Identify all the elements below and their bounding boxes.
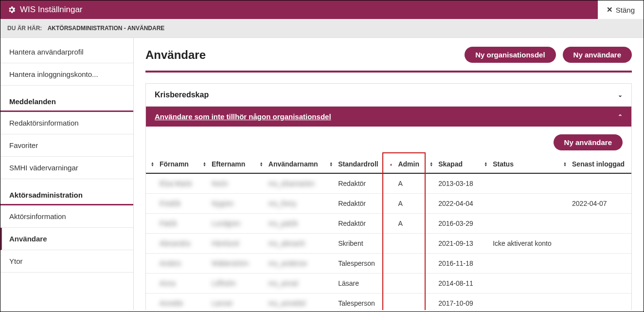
close-label: Stäng xyxy=(616,6,635,14)
col-label: Admin xyxy=(398,160,419,168)
table-row[interactable]: PatrikLundgrenms_patrikRedaktörA2016-03-… xyxy=(146,214,631,234)
new-org-button[interactable]: Ny organisationsdel xyxy=(465,47,555,63)
content-area: Hantera användarprofil Hantera inloggnin… xyxy=(0,38,644,310)
col-förnamn[interactable]: ▲▼Förnamn xyxy=(146,155,198,173)
main-panel: Användare Ny organisationsdel Ny använda… xyxy=(134,38,644,310)
cell: 2016-11-18 xyxy=(425,254,479,274)
panel: Krisberedskap ⌄ Användare som inte tillh… xyxy=(145,83,632,310)
col-standardroll[interactable]: ▲▼Standardroll xyxy=(324,155,384,173)
col-label: Efternamn xyxy=(212,160,245,168)
sort-icon: ▲▼ xyxy=(151,162,154,166)
cell: Wätterström xyxy=(198,254,255,274)
cell xyxy=(384,294,425,311)
sidebar-item-ytor[interactable]: Ytor xyxy=(0,250,133,273)
sort-icon: ▲▼ xyxy=(203,162,206,166)
close-icon: ✕ xyxy=(607,5,613,14)
sidebar-group-aktor: Aktörsadministration xyxy=(0,184,133,205)
main-header: Användare Ny organisationsdel Ny använda… xyxy=(145,47,632,73)
users-table: ▲▼Förnamn▲▼Efternamn▲▼Användarnamn▲▼Stan… xyxy=(146,155,631,310)
cell: Fredrik xyxy=(146,194,198,214)
table-wrap: ▲▼Förnamn▲▼Efternamn▲▼Användarnamn▲▼Stan… xyxy=(146,155,631,310)
cell xyxy=(479,274,558,294)
cell: Anna xyxy=(146,274,198,294)
sidebar-item-anvandare[interactable]: Användare xyxy=(0,228,133,250)
app-title: WIS Inställningar xyxy=(0,5,83,15)
cell xyxy=(384,274,425,294)
sort-icon: ▲ xyxy=(389,163,393,165)
cell: A xyxy=(384,173,425,194)
gear-icon xyxy=(7,5,16,14)
table-row[interactable]: AnnetteLannerms_annettelTalesperson2017-… xyxy=(146,294,631,311)
cell: ms_alexanh xyxy=(255,234,324,254)
cell: 2022-04-07 xyxy=(558,194,631,214)
col-admin[interactable]: ▲Admin xyxy=(384,155,425,173)
panel-title: Krisberedskap xyxy=(155,91,209,99)
cell: Icke aktiverat konto xyxy=(479,234,558,254)
breadcrumb-label: DU ÄR HÄR: xyxy=(7,25,42,32)
close-button[interactable]: ✕ Stäng xyxy=(598,0,644,19)
col-status[interactable]: ▲▼Status xyxy=(479,155,558,173)
table-row[interactable]: AndersWätterströmms_anderswTalesperson20… xyxy=(146,254,631,274)
cell: Talesperson xyxy=(324,254,384,274)
cell xyxy=(479,254,558,274)
cell: Redaktör xyxy=(324,214,384,234)
sort-icon: ▲▼ xyxy=(429,162,433,166)
cell: 2021-09-13 xyxy=(425,234,479,254)
app-title-text: WIS Inställningar xyxy=(20,5,83,15)
panel-header-krisberedskap[interactable]: Krisberedskap ⌄ xyxy=(146,84,631,107)
new-user-button-top[interactable]: Ny användare xyxy=(563,47,632,63)
cell: Skribent xyxy=(324,234,384,254)
col-label: Skapad xyxy=(438,160,463,168)
col-senast-inloggad[interactable]: ▲▼Senast inloggad xyxy=(558,155,631,173)
col-efternamn[interactable]: ▲▼Efternamn xyxy=(198,155,255,173)
app-header: WIS Inställningar ✕ Stäng xyxy=(0,0,644,19)
cell: Talesperson xyxy=(324,294,384,311)
top-buttons: Ny organisationsdel Ny användare xyxy=(465,47,632,63)
sidebar-item-profile[interactable]: Hantera användarprofil xyxy=(0,41,133,63)
sidebar: Hantera användarprofil Hantera inloggnin… xyxy=(0,38,134,310)
cell xyxy=(558,294,631,311)
cell: A xyxy=(384,214,425,234)
cell xyxy=(558,173,631,194)
cell: Redaktör xyxy=(324,173,384,194)
col-användarnamn[interactable]: ▲▼Användarnamn xyxy=(255,155,324,173)
col-label: Senast inloggad xyxy=(572,160,625,168)
sidebar-group-meddelanden: Meddelanden xyxy=(0,91,133,112)
sidebar-item-aktorinfo[interactable]: Aktörsinformation xyxy=(0,205,133,228)
col-label: Användarnamn xyxy=(268,160,318,168)
cell: Anders xyxy=(146,254,198,274)
col-label: Förnamn xyxy=(160,160,189,168)
cell xyxy=(558,254,631,274)
table-row[interactable]: Elsa-MarieNorinms_elsamarienRedaktörA201… xyxy=(146,173,631,194)
cell: ms_freny xyxy=(255,194,324,214)
cell: Lundgren xyxy=(198,214,255,234)
sort-icon: ▲▼ xyxy=(563,162,567,166)
sidebar-item-favoriter[interactable]: Favoriter xyxy=(0,134,133,157)
sidebar-item-login[interactable]: Hantera inloggningskonto... xyxy=(0,63,133,86)
cell: ms_patrik xyxy=(255,214,324,234)
cell: Alexandra xyxy=(146,234,198,254)
col-label: Status xyxy=(493,160,514,168)
col-skapad[interactable]: ▲▼Skapad xyxy=(425,155,479,173)
table-row[interactable]: AnnaLöfholmms_annalLäsare2014-08-11 xyxy=(146,274,631,294)
cell xyxy=(558,274,631,294)
cell: 2016-03-29 xyxy=(425,214,479,234)
table-section: Ny användare ▲▼Förnamn▲▼Efternamn▲▼Använ… xyxy=(146,127,631,310)
cell xyxy=(558,234,631,254)
sidebar-item-smhi[interactable]: SMHI vädervarningar xyxy=(0,157,133,179)
cell: ms_elsamarien xyxy=(255,173,324,194)
cell xyxy=(479,194,558,214)
cell: Nygren xyxy=(198,194,255,214)
page-title: Användare xyxy=(145,48,206,62)
breadcrumb-path: AKTÖRSADMINISTRATION - ANVÄNDARE xyxy=(48,25,165,32)
table-row[interactable]: AlexandraHämlundms_alexanhSkribent2021-0… xyxy=(146,234,631,254)
cell xyxy=(479,173,558,194)
new-user-button-table[interactable]: Ny användare xyxy=(554,134,623,150)
accordion-header-active[interactable]: Användare som inte tillhör någon organis… xyxy=(146,107,631,127)
col-label: Standardroll xyxy=(338,160,378,168)
sidebar-item-redaktor[interactable]: Redaktörsinformation xyxy=(0,112,133,134)
cell: ms_annal xyxy=(255,274,324,294)
cell: Hämlund xyxy=(198,234,255,254)
table-row[interactable]: FredrikNygrenms_frenyRedaktörA2022-04-04… xyxy=(146,194,631,214)
cell xyxy=(384,254,425,274)
